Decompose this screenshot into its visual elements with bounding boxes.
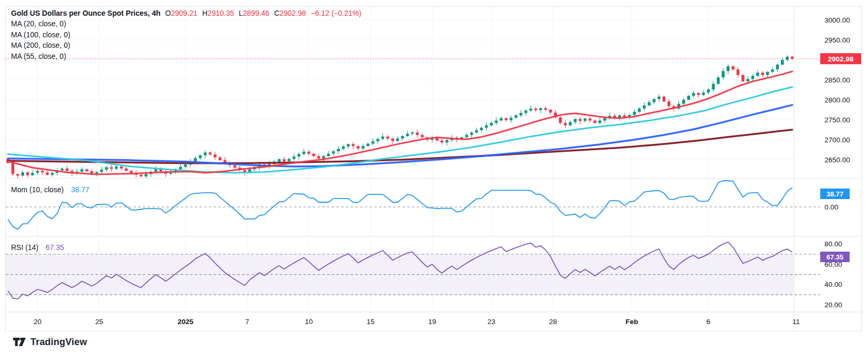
candle <box>130 171 133 173</box>
candle <box>140 175 143 176</box>
candle <box>332 151 335 154</box>
candle <box>530 109 533 111</box>
candle <box>598 121 601 123</box>
candle <box>712 84 715 90</box>
legend-ma20-row[interactable]: MA (20, close, 0) <box>11 19 66 28</box>
legend-symbol-row[interactable]: Gold US Dollars per Ounce Spot Prices, 4… <box>11 8 362 18</box>
candle <box>115 166 118 169</box>
candle <box>510 118 513 120</box>
candle <box>727 66 730 71</box>
candle <box>46 172 49 175</box>
time-axis-label: 7 <box>245 318 249 326</box>
close-value: 2902.98 <box>280 9 306 17</box>
candle <box>292 157 295 159</box>
candle <box>86 169 89 171</box>
candle <box>120 166 123 169</box>
candle <box>144 174 147 176</box>
candle <box>288 159 291 161</box>
rsi-value: 67.35 <box>46 243 64 252</box>
candle <box>95 172 98 174</box>
candle <box>544 108 547 110</box>
time-axis[interactable]: 2025202571015192328Feb611 <box>34 318 800 326</box>
candle <box>36 171 39 173</box>
tradingview-logo-text: TradingView <box>30 337 87 348</box>
candle <box>61 169 64 171</box>
candle <box>643 106 646 109</box>
candle <box>298 154 301 157</box>
candle <box>440 141 443 143</box>
time-axis-label: 10 <box>305 318 313 326</box>
candle <box>549 110 552 112</box>
candle <box>16 174 19 175</box>
price-axis-label: 2850.00 <box>824 76 850 84</box>
tradingview-logo[interactable]: TradingView <box>13 337 87 348</box>
legend-rsi-row[interactable]: RSI (14) 67.35 <box>11 243 64 252</box>
price-axis-label: 2800.00 <box>824 96 850 104</box>
open-label: O <box>165 9 171 17</box>
candle <box>682 100 685 104</box>
candle <box>386 137 389 139</box>
candle <box>416 132 419 135</box>
time-axis-label: 2025 <box>177 318 194 326</box>
legend-ma55-row[interactable]: MA (55, close, 0) <box>11 52 66 60</box>
candle <box>470 132 473 135</box>
candle <box>662 97 665 101</box>
candle <box>322 156 325 159</box>
price-axis-label: 2650.00 <box>824 156 850 164</box>
candle <box>722 71 725 77</box>
candle <box>534 109 537 110</box>
momentum-line <box>8 181 792 230</box>
candle <box>204 152 207 155</box>
candle <box>110 167 113 169</box>
candle <box>184 164 187 167</box>
close-label: C <box>274 9 279 17</box>
candle <box>751 76 755 79</box>
candle <box>411 132 414 133</box>
legend-ma200-row[interactable]: MA (200, close, 0) <box>11 41 70 49</box>
candle <box>702 92 705 95</box>
candle <box>194 158 197 162</box>
last-price-badge-text: 2902.98 <box>828 55 854 63</box>
legend-ma100-row[interactable]: MA (100, close, 0) <box>11 30 70 39</box>
candle <box>342 147 345 149</box>
candle <box>352 144 355 146</box>
candle <box>327 154 330 157</box>
candle <box>588 119 591 121</box>
candle <box>362 146 365 149</box>
candle <box>539 108 542 110</box>
candle <box>396 139 399 141</box>
legend-momentum-row[interactable]: Mom (10, close) 38.77 <box>11 185 89 194</box>
page: 3000.002950.002850.002800.002750.002700.… <box>0 0 868 354</box>
ma200-line <box>8 130 792 163</box>
candle <box>520 113 523 116</box>
candle <box>771 69 774 72</box>
rsi-label: RSI (14) <box>11 243 38 252</box>
candle <box>302 152 305 154</box>
chart-canvas[interactable]: 3000.002950.002850.002800.002750.002700.… <box>6 7 861 331</box>
rsi-axis-label: 40.00 <box>824 280 842 288</box>
momentum-zero-label: 0.00 <box>824 203 838 211</box>
candle <box>337 149 340 151</box>
candle <box>41 171 44 172</box>
candle <box>465 135 468 138</box>
candle <box>357 146 360 149</box>
momentum-value: 38.77 <box>71 185 89 194</box>
time-axis-label: 25 <box>95 318 103 326</box>
candle <box>372 141 375 144</box>
candle <box>347 144 350 147</box>
candle <box>125 169 128 171</box>
candle <box>366 144 369 147</box>
candle <box>21 172 24 175</box>
candle <box>317 156 320 159</box>
candle <box>154 169 157 172</box>
time-axis-label: 20 <box>34 318 41 326</box>
candle <box>105 167 108 170</box>
candle <box>633 112 636 115</box>
price-axis-label: 2750.00 <box>824 116 850 124</box>
time-axis-label: 28 <box>549 318 557 326</box>
candle <box>736 69 739 75</box>
candle <box>31 173 34 175</box>
candle <box>786 57 789 60</box>
momentum-layer <box>8 181 792 230</box>
candle <box>579 119 582 121</box>
